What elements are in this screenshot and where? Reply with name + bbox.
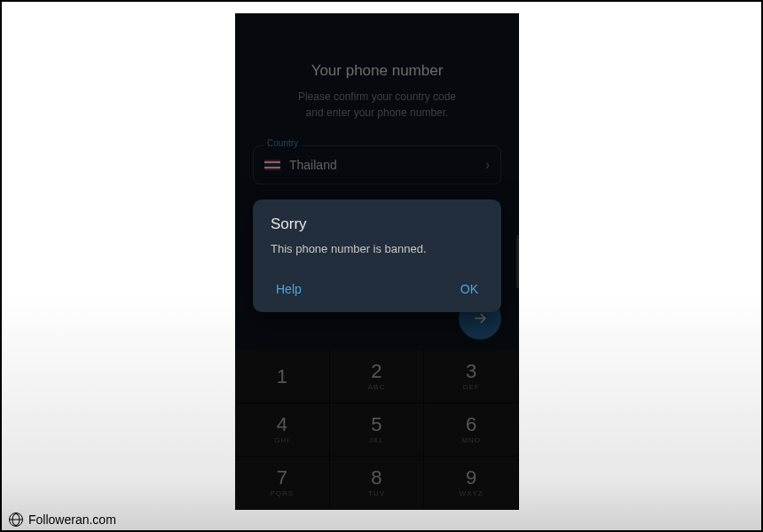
watermark: Followeran.com bbox=[9, 512, 116, 527]
arrow-right-icon bbox=[471, 309, 489, 327]
page-subtitle: Please confirm your country code and ent… bbox=[235, 89, 519, 121]
key-5[interactable]: 5JKL bbox=[330, 403, 425, 457]
key-2[interactable]: 2ABC bbox=[330, 350, 425, 403]
ok-button[interactable]: OK bbox=[455, 278, 484, 300]
dialog-actions: Help OK bbox=[271, 278, 484, 300]
watermark-text: Followeran.com bbox=[28, 512, 116, 527]
key-1[interactable]: 1 bbox=[235, 350, 330, 403]
numeric-keypad: 1 2ABC 3DEF 4GHI 5JKL 6MNO 7PQRS 8TUV 9W… bbox=[235, 350, 519, 510]
country-selector[interactable]: Thailand › bbox=[253, 145, 501, 184]
subtitle-line1: Please confirm your country code bbox=[298, 90, 456, 103]
key-7[interactable]: 7PQRS bbox=[235, 457, 330, 510]
key-3[interactable]: 3DEF bbox=[424, 350, 519, 403]
subtitle-line2: and enter your phone number. bbox=[306, 106, 449, 119]
error-dialog: Sorry This phone number is banned. Help … bbox=[253, 200, 501, 312]
page-title: Your phone number bbox=[235, 62, 519, 80]
country-field[interactable]: Country Thailand › bbox=[253, 145, 501, 184]
login-screen: Your phone number Please confirm your co… bbox=[235, 13, 519, 184]
key-6[interactable]: 6MNO bbox=[424, 403, 519, 457]
dialog-title: Sorry bbox=[271, 215, 484, 233]
dialog-message: This phone number is banned. bbox=[271, 242, 484, 255]
phone-screen: Your phone number Please confirm your co… bbox=[235, 13, 519, 510]
key-8[interactable]: 8TUV bbox=[330, 457, 425, 510]
chevron-right-icon: › bbox=[485, 157, 490, 173]
scrollbar[interactable] bbox=[516, 235, 519, 288]
help-button[interactable]: Help bbox=[271, 278, 307, 300]
country-name: Thailand bbox=[289, 158, 485, 172]
globe-icon bbox=[9, 512, 23, 527]
country-label: Country bbox=[264, 138, 302, 148]
key-4[interactable]: 4GHI bbox=[235, 403, 330, 457]
thailand-flag-icon bbox=[264, 160, 280, 170]
key-9[interactable]: 9WXYZ bbox=[424, 457, 519, 510]
